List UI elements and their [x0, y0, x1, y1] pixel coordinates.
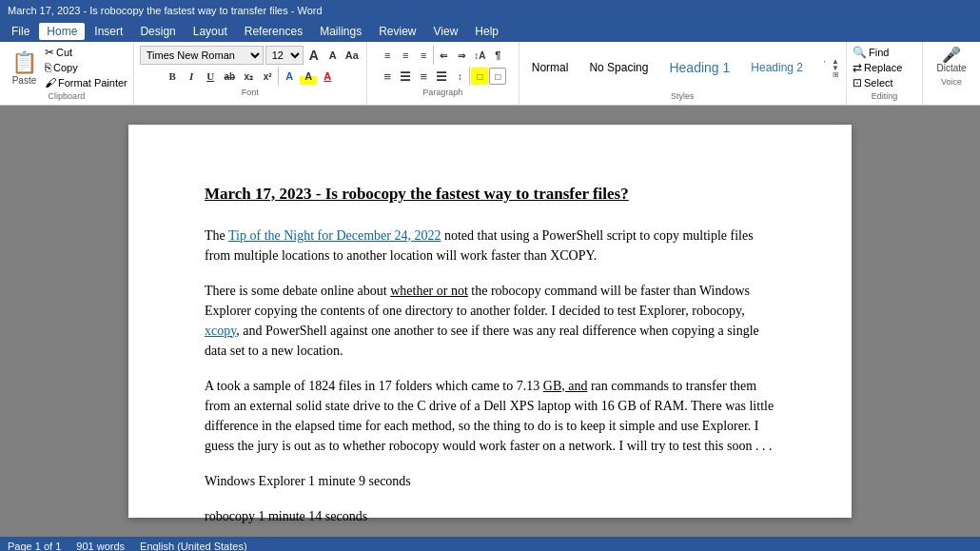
increase-indent-button[interactable]: ⇒ — [453, 47, 470, 64]
style-title[interactable]: Title — [815, 54, 825, 82]
tip-link[interactable]: Tip of the Night for December 24, 2022 — [228, 228, 441, 243]
underline-button[interactable]: U — [202, 68, 219, 85]
voice-label: Voice — [929, 75, 974, 87]
italic-button[interactable]: I — [183, 68, 200, 85]
select-icon: ⊡ — [853, 76, 862, 89]
clear-formatting-button[interactable]: Aa — [343, 47, 361, 64]
paste-button[interactable]: 📋 Paste — [6, 49, 43, 88]
paragraph-4: Windows Explorer 1 minute 9 seconds — [205, 471, 775, 491]
menu-file[interactable]: File — [4, 23, 37, 40]
word-count: 901 words — [76, 541, 125, 551]
cut-label: Cut — [56, 47, 72, 58]
select-button[interactable]: ⊡ Select — [853, 76, 893, 89]
font-grow-button[interactable]: A — [305, 47, 323, 64]
font-content: Times New Roman Calibri Arial 12 10 11 1… — [140, 46, 361, 86]
title-bar-text: March 17, 2023 - Is robocopy the fastest… — [8, 5, 323, 16]
subscript-button[interactable]: x₂ — [240, 68, 257, 85]
dictate-label: Dictate — [936, 63, 966, 73]
style-normal[interactable]: Normal — [523, 58, 578, 77]
dictate-icon: 🎤 — [942, 48, 961, 63]
ribbon: 📋 Paste ✂ Cut ⎘ Copy 🖌 Format — [0, 42, 980, 106]
superscript-button[interactable]: x² — [259, 68, 276, 85]
menu-design[interactable]: Design — [132, 23, 183, 40]
copy-label: Copy — [53, 62, 78, 73]
font-shrink-button[interactable]: A — [324, 47, 342, 64]
paragraph-5: robocopy 1 minute 14 seconds — [205, 506, 775, 526]
paragraph-2: There is some debate online about whethe… — [205, 281, 775, 361]
line-spacing-button[interactable]: ↕ — [451, 68, 468, 85]
styles-label: Styles — [523, 89, 842, 101]
font-color-button[interactable]: A — [319, 68, 336, 85]
show-hide-button[interactable]: ¶ — [489, 47, 506, 64]
ribbon-main-row: 📋 Paste ✂ Cut ⎘ Copy 🖌 Format — [0, 42, 980, 106]
align-right-button[interactable]: ≡ — [415, 68, 432, 85]
find-label: Find — [869, 47, 889, 58]
font-family-select[interactable]: Times New Roman Calibri Arial — [140, 46, 264, 65]
clipboard-content: 📋 Paste ✂ Cut ⎘ Copy 🖌 Format — [6, 46, 127, 89]
find-icon: 🔍 — [853, 46, 867, 59]
select-label: Select — [864, 77, 893, 89]
numbering-button[interactable]: ≡ — [397, 47, 414, 64]
styles-content: Normal No Spacing Heading 1 Heading 2 Ti… — [523, 46, 842, 89]
font-divider — [278, 67, 279, 86]
format-painter-label: Format Painter — [58, 77, 127, 89]
paragraph-1: The Tip of the Night for December 24, 20… — [205, 226, 775, 266]
replace-button[interactable]: ⇄ Replace — [853, 61, 902, 74]
align-left-button[interactable]: ≡ — [379, 68, 396, 85]
document-page[interactable]: March 17, 2023 - Is robocopy the fastest… — [128, 125, 852, 518]
para-divider1 — [433, 46, 434, 65]
menu-insert[interactable]: Insert — [87, 23, 130, 40]
document-container: March 17, 2023 - Is robocopy the fastest… — [0, 106, 980, 537]
decrease-indent-button[interactable]: ⇐ — [435, 47, 452, 64]
borders-button[interactable]: □ — [489, 68, 506, 85]
format-painter-icon: 🖌 — [45, 76, 56, 89]
bullets-button[interactable]: ≡ — [379, 47, 396, 64]
styles-expand[interactable]: ⊞ — [831, 71, 840, 77]
paste-label: Paste — [12, 75, 37, 86]
align-center-button[interactable]: ☰ — [397, 68, 414, 85]
multilevel-button[interactable]: ≡ — [415, 47, 432, 64]
copy-button[interactable]: ⎘ Copy — [45, 61, 127, 74]
menu-layout[interactable]: Layout — [186, 23, 235, 40]
clipboard-label: Clipboard — [6, 89, 127, 101]
text-highlight-button[interactable]: A — [300, 68, 317, 85]
menu-mailings[interactable]: Mailings — [312, 23, 369, 40]
bold-button[interactable]: B — [164, 68, 181, 85]
voice-content: 🎤 Dictate — [929, 46, 974, 75]
style-heading2[interactable]: Heading 2 — [742, 58, 812, 77]
font-size-select[interactable]: 12 10 11 14 — [265, 46, 304, 65]
paste-icon: 📋 — [11, 50, 37, 75]
title-bar: March 17, 2023 - Is robocopy the fastest… — [0, 0, 980, 21]
menu-view[interactable]: View — [426, 23, 466, 40]
format-painter-button[interactable]: 🖌 Format Painter — [45, 76, 127, 89]
menu-bar: File Home Insert Design Layout Reference… — [0, 21, 980, 42]
font-label: Font — [140, 86, 361, 97]
dictate-button[interactable]: 🎤 Dictate — [932, 46, 970, 75]
cut-button[interactable]: ✂ Cut — [45, 46, 127, 59]
style-no-spacing[interactable]: No Spacing — [580, 58, 657, 77]
voice-group: 🎤 Dictate Voice — [923, 42, 980, 105]
gb-link: GB, and — [543, 379, 588, 393]
strikethrough-button[interactable]: ab — [221, 68, 238, 85]
status-bar: Page 1 of 1 901 words English (United St… — [0, 537, 980, 551]
menu-review[interactable]: Review — [371, 23, 423, 40]
find-button[interactable]: 🔍 Find — [853, 46, 889, 59]
font-group: Times New Roman Calibri Arial 12 10 11 1… — [134, 42, 367, 105]
shading-button[interactable]: □ — [471, 68, 488, 85]
whether-link: whether or not — [390, 284, 468, 298]
sort-button[interactable]: ↕A — [471, 47, 488, 64]
editing-content: 🔍 Find ⇄ Replace ⊡ Select — [853, 46, 916, 89]
clipboard-group: 📋 Paste ✂ Cut ⎘ Copy 🖌 Format — [0, 42, 134, 105]
styles-scroll[interactable]: ▲ ▼ ⊞ — [829, 56, 842, 79]
style-heading1[interactable]: Heading 1 — [660, 57, 738, 78]
editing-group: 🔍 Find ⇄ Replace ⊡ Select Editing — [847, 42, 923, 105]
paragraph-label: Paragraph — [373, 86, 513, 97]
menu-references[interactable]: References — [237, 23, 310, 40]
justify-button[interactable]: ☰ — [433, 68, 450, 85]
xcopy-link[interactable]: xcopy — [205, 324, 236, 338]
menu-home[interactable]: Home — [39, 23, 85, 40]
cut-icon: ✂ — [45, 46, 54, 59]
menu-help[interactable]: Help — [467, 23, 506, 40]
language: English (United States) — [140, 541, 247, 551]
text-effects-button[interactable]: A — [281, 68, 298, 85]
